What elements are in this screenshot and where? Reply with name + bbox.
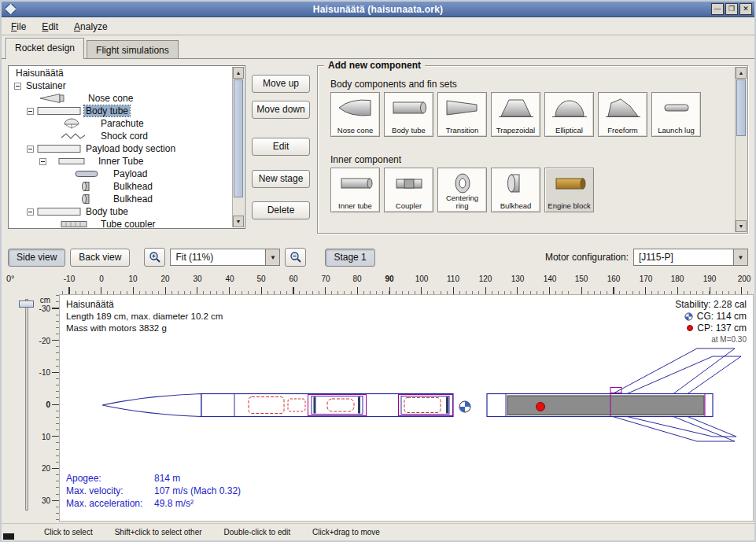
rotation-slider-handle[interactable] [19,300,34,308]
menu-edit[interactable]: Edit [42,21,58,32]
scroll-down-icon[interactable]: ▼ [233,216,244,227]
ruler-label: 20 [160,275,169,283]
collapse-toggle-icon[interactable] [27,108,34,115]
app-icon[interactable] [6,4,16,14]
add-centering-ring-button[interactable]: Centering ring [437,168,487,212]
back-view-button[interactable]: Back view [70,249,130,267]
flight-stats: Apogee: 814 m Max. velocity: 107 m/s (Ma… [66,472,241,510]
collapse-toggle-icon[interactable] [14,83,21,90]
fin-shape[interactable] [627,356,741,394]
stage-1-toggle[interactable]: Stage 1 [325,249,374,267]
zoom-in-button[interactable] [144,248,165,267]
collapse-toggle-icon[interactable] [39,158,46,165]
move-down-button[interactable]: Move down [252,101,310,119]
ruler-label: 10 [42,433,50,441]
tree-item[interactable]: Shock cord [9,130,232,142]
freeform-fin-icon [605,97,641,119]
window-resize-grip[interactable] [3,533,14,540]
rocket-mass: Mass with motors 3832 g [66,323,223,334]
tree-scrollbar[interactable]: ▲ ▼ [232,67,244,227]
add-body-tube-button[interactable]: Body tube [384,92,433,137]
minimize-button[interactable]: — [711,3,724,15]
motor-configuration-select[interactable]: [J115-P] ▼ [633,249,748,266]
chevron-down-icon[interactable]: ▼ [265,249,279,265]
tree-item[interactable]: Tube coupler [9,218,232,227]
scrollbar-thumb[interactable] [234,79,243,197]
zoom-out-button[interactable] [285,248,306,267]
add-engine-block-button[interactable]: Engine block [544,168,594,212]
close-button[interactable]: ✕ [739,3,752,15]
rocket-diagram-area: 0° -10 0 10 20 30 40 50 60 70 80 90 100 … [2,272,754,522]
panel-title: Add new component [324,60,425,71]
tree-item[interactable]: Parachute [9,117,232,130]
ruler-label: 170 [640,275,653,283]
tree-item[interactable]: Nose cone [9,92,232,105]
main-tabs: Rocket design Flight simulations [2,35,754,58]
ruler-unit-label: cm [40,296,50,304]
tree-item[interactable]: Bulkhead [9,180,232,193]
ruler-label: 120 [479,275,492,283]
ruler-label: 150 [575,275,588,283]
scroll-up-icon[interactable]: ▲ [736,67,747,79]
view-toolbar: Side view Back view Fit (11%) ▼ Stage 1 … [2,244,754,271]
component-panel-scrollbar[interactable]: ▲ ▼ [735,67,747,232]
add-coupler-button[interactable]: Coupler [384,168,433,212]
window-title: Haisunäätä (haisunaata.ork) [2,4,754,15]
fin-shape[interactable] [613,417,735,442]
delete-button[interactable]: Delete [252,201,310,219]
ruler-label: 100 [415,275,429,283]
bulkhead-shape[interactable] [358,397,360,414]
cp-icon [687,325,693,331]
tab-flight-simulations[interactable]: Flight simulations [87,40,179,59]
forward-body-tube-shape[interactable] [201,394,453,417]
bulkhead-shape[interactable] [446,397,448,414]
collapse-toggle-icon[interactable] [27,146,34,153]
tab-rocket-design[interactable]: Rocket design [6,38,84,59]
new-stage-button[interactable]: New stage [252,170,310,188]
scroll-up-icon[interactable]: ▲ [233,67,244,79]
add-bulkhead-button[interactable]: Bulkhead [491,168,540,212]
cg-marker [459,401,470,412]
fin-shape[interactable] [613,348,735,394]
add-inner-tube-button[interactable]: Inner tube [330,168,380,212]
zoom-select[interactable]: Fit (11%) ▼ [170,249,280,266]
add-freeform-fin-button[interactable]: Freeform [598,92,647,137]
coupler-icon [52,219,96,227]
tree-item[interactable]: Payload [9,168,232,180]
move-up-button[interactable]: Move up [252,75,310,93]
ruler-label: 0 [99,275,104,283]
side-view-button[interactable]: Side view [8,249,65,267]
add-launch-lug-button[interactable]: Launch lug [651,92,701,137]
rocket-name: Haisunäätä [66,299,223,311]
scroll-down-icon[interactable]: ▼ [736,220,747,232]
edit-button[interactable]: Edit [252,138,310,156]
rocket-canvas[interactable]: Haisunäätä Length 189 cm, max. diameter … [59,294,754,522]
bulkhead-shape[interactable] [314,397,316,414]
ruler-label: 10 [128,275,137,283]
tree-item[interactable]: Bulkhead [9,193,232,205]
add-transition-button[interactable]: Transition [437,92,487,137]
add-trapezoidal-fin-button[interactable]: Trapezoidal [491,92,540,137]
zoom-in-icon [149,251,161,264]
payload-icon [65,168,109,179]
tree-item[interactable]: Inner Tube [9,155,232,168]
chevron-down-icon[interactable]: ▼ [733,249,747,265]
tree-item-stage[interactable]: Sustainer [9,79,232,92]
cg-value: CG: 114 cm [697,311,747,322]
nose-cone-icon [337,97,374,119]
tree-item[interactable]: Body tube [9,205,232,218]
menu-analyze[interactable]: Analyze [74,21,108,32]
add-elliptical-fin-button[interactable]: Elliptical [544,92,594,137]
menu-file[interactable]: File [11,21,26,32]
tree-item-selected[interactable]: Body tube [9,105,232,117]
title-bar[interactable]: Haisunäätä (haisunaata.ork) — ❐ ✕ [2,2,754,17]
scrollbar-thumb[interactable] [736,79,746,136]
maximize-button[interactable]: ❐ [725,3,738,15]
rotation-slider-track[interactable] [25,299,28,511]
apogee-value: 814 m [154,472,241,485]
add-nose-cone-button[interactable]: Nose cone [330,92,380,137]
collapse-toggle-icon[interactable] [27,208,34,216]
tree-item-rocket[interactable]: Haisunäätä [9,67,232,79]
tree-item[interactable]: Payload body section [9,142,232,155]
nose-cone-shape[interactable] [102,394,201,417]
